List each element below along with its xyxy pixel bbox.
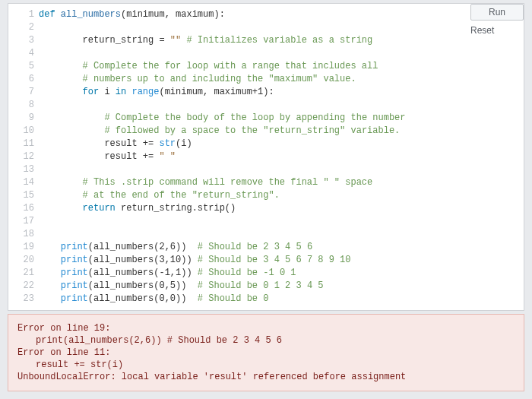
line-number: 9 bbox=[8, 112, 34, 125]
code-line[interactable]: def all_numbers(minimum, maximum): bbox=[39, 8, 524, 21]
line-number: 10 bbox=[8, 125, 34, 138]
error-line: print(all_numbers(2,6)) # Should be 2 3 … bbox=[17, 334, 515, 347]
code-line[interactable]: for i in range(minimum, maximum+1): bbox=[39, 86, 524, 99]
line-number: 17 bbox=[8, 215, 34, 228]
code-line[interactable]: # followed by a space to the "return_str… bbox=[39, 125, 524, 138]
code-line[interactable] bbox=[39, 215, 524, 228]
line-number: 1 bbox=[8, 8, 34, 21]
line-number: 3 bbox=[8, 34, 34, 47]
line-number: 14 bbox=[8, 176, 34, 189]
code-line[interactable]: print(all_numbers(3,10)) # Should be 3 4… bbox=[39, 254, 524, 267]
code-line[interactable]: # Complete the body of the loop by appen… bbox=[39, 112, 524, 125]
error-line: Error on line 11: bbox=[17, 347, 515, 359]
code-line[interactable] bbox=[39, 228, 524, 241]
line-number: 7 bbox=[8, 86, 34, 99]
line-number: 15 bbox=[8, 189, 34, 202]
code-line[interactable] bbox=[39, 21, 524, 34]
line-number: 19 bbox=[8, 241, 34, 254]
code-editor[interactable]: 1234567891011121314151617181920212223 de… bbox=[8, 3, 524, 311]
code-line[interactable]: print(all_numbers(-1,1)) # Should be -1 … bbox=[39, 267, 524, 280]
line-number: 21 bbox=[8, 267, 34, 280]
code-line[interactable]: # This .strip command will remove the fi… bbox=[39, 176, 524, 189]
line-number: 13 bbox=[8, 163, 34, 176]
line-number: 16 bbox=[8, 202, 34, 215]
code-content[interactable]: def all_numbers(minimum, maximum): retur… bbox=[39, 8, 524, 306]
run-button[interactable]: Run bbox=[470, 4, 524, 21]
line-number: 22 bbox=[8, 280, 34, 293]
error-line: UnboundLocalError: local variable 'resul… bbox=[17, 371, 515, 383]
line-number: 23 bbox=[8, 293, 34, 306]
line-number: 2 bbox=[8, 21, 34, 34]
line-number: 18 bbox=[8, 228, 34, 241]
line-number: 12 bbox=[8, 150, 34, 163]
code-line[interactable]: print(all_numbers(0,0)) # Should be 0 bbox=[39, 293, 524, 306]
error-output: Error on line 19: print(all_numbers(2,6)… bbox=[8, 314, 524, 391]
error-line: result += str(i) bbox=[17, 359, 515, 371]
line-number: 20 bbox=[8, 254, 34, 267]
code-line[interactable]: print(all_numbers(2,6)) # Should be 2 3 … bbox=[39, 241, 524, 254]
code-line[interactable] bbox=[39, 47, 524, 60]
line-number: 4 bbox=[8, 47, 34, 60]
code-line[interactable]: return_string = "" # Initializes variabl… bbox=[39, 34, 524, 47]
code-line[interactable]: # numbers up to and including the "maxim… bbox=[39, 73, 524, 86]
code-line[interactable]: result += str(i) bbox=[39, 138, 524, 150]
line-number: 5 bbox=[8, 60, 34, 73]
line-number-gutter: 1234567891011121314151617181920212223 bbox=[8, 8, 39, 306]
line-number: 11 bbox=[8, 138, 34, 150]
code-line[interactable]: # at the end of the "return_string". bbox=[39, 189, 524, 202]
error-line: Error on line 19: bbox=[17, 322, 515, 334]
code-line[interactable] bbox=[39, 99, 524, 112]
code-line[interactable] bbox=[39, 163, 524, 176]
reset-button[interactable]: Reset bbox=[470, 25, 524, 36]
code-line[interactable]: # Complete the for loop with a range tha… bbox=[39, 60, 524, 73]
line-number: 8 bbox=[8, 99, 34, 112]
code-line[interactable]: print(all_numbers(0,5)) # Should be 0 1 … bbox=[39, 280, 524, 293]
code-line[interactable]: return return_string.strip() bbox=[39, 202, 524, 215]
line-number: 6 bbox=[8, 73, 34, 86]
code-line[interactable]: result += " " bbox=[39, 150, 524, 163]
